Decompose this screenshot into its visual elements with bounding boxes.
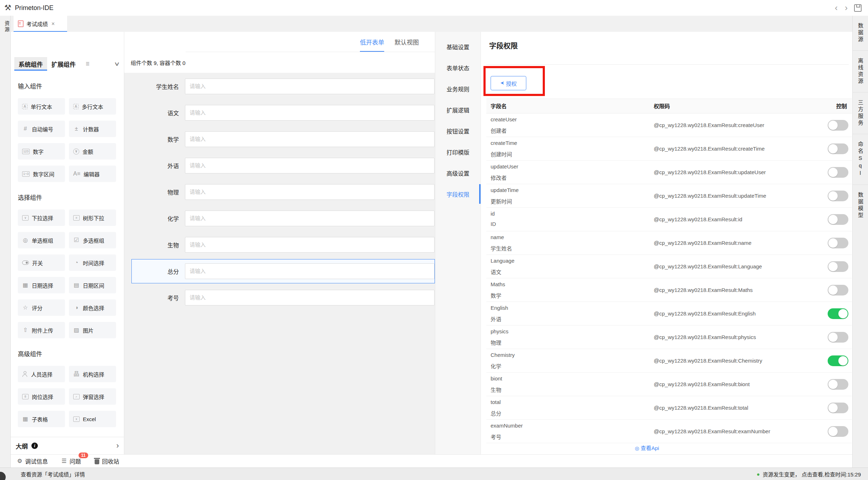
right-rail-item-0[interactable]: 数据源 [857,16,864,50]
palette-item-dropdown-select[interactable]: ∨下拉选择 [18,209,65,226]
field-input[interactable]: 请输入 [185,263,435,279]
palette-item-radio-group[interactable]: ◎单选框组 [18,232,65,248]
palette-item-currency[interactable]: ¥金额 [69,143,116,160]
currency-icon: ¥ [73,148,79,155]
view-tab-0[interactable]: 低开表单 [360,32,384,52]
form-row[interactable]: 物理请输入 [131,180,435,204]
palette-item-date-picker[interactable]: ▦日期选择 [18,277,65,293]
palette-item-time-picker[interactable]: ◔时间选择 [69,254,116,271]
palette-item-attachment-upload[interactable]: ⇧附件上传 [18,322,65,338]
toggle-switch[interactable] [828,120,848,131]
outline-row[interactable]: 大纲 › [11,437,124,454]
palette-item-label: 计数器 [83,125,99,133]
right-rail-item-2[interactable]: 三方服务 [857,92,864,134]
toggle-switch[interactable] [828,403,848,413]
toggle-switch[interactable] [828,214,848,225]
field-input[interactable]: 请输入 [185,211,435,226]
debug-info-button[interactable]: ⚙ 调试信息 [17,457,48,465]
form-row[interactable]: 化学请输入 [131,206,435,231]
form-row[interactable]: 数学请输入 [131,127,435,151]
toggle-switch[interactable] [828,332,848,343]
field-input[interactable]: 请输入 [185,290,435,305]
right-rail-item-4[interactable]: 数据模型 [857,185,864,226]
settings-menu-item-5[interactable]: 打印模版 [435,141,481,162]
palette-item-label: 下拉选择 [32,214,53,222]
close-icon[interactable]: × [51,21,55,27]
palette-item-date-range[interactable]: ▤日期区间 [69,277,116,293]
chevron-down-icon[interactable]: ∨ [114,61,120,67]
palette-item-multi-line-text[interactable]: A多行文本 [69,98,116,115]
settings-menu-item-7[interactable]: 字段权限 [435,183,481,204]
right-rail-item-3[interactable]: 命名Sql [857,134,864,185]
palette-item-editor[interactable]: A≡编辑器 [69,166,116,182]
settings-menu-item-3[interactable]: 扩展逻辑 [435,99,481,120]
field-input[interactable]: 请输入 [185,105,435,121]
nav-forward-icon[interactable]: › [844,4,848,12]
toggle-switch[interactable] [828,261,848,272]
tab-system-components[interactable]: 系统组件 [14,57,47,71]
issues-button[interactable]: ☰ 问题 11 [61,457,81,465]
palette-item-position-select[interactable]: 8岗位选择 [18,388,65,405]
settings-menu-item-1[interactable]: 表单状态 [435,57,481,78]
settings-menu-item-0[interactable]: 基础设置 [435,36,481,57]
form-row[interactable]: 语文请输入 [131,101,435,125]
tab-exam-result[interactable]: 考试成绩 × [14,16,67,32]
component-counts-text: 组件个数 9, 容器个数 0 [131,59,185,66]
palette-item-switch[interactable]: 开关 [18,254,65,271]
field-input[interactable]: 请输入 [185,237,435,253]
toggle-switch[interactable] [828,191,848,201]
palette-item-image[interactable]: ▨图片 [69,322,116,338]
status-right[interactable]: ● 资源发生变更， 点击查看,检查时间:15:29 [757,470,861,478]
form-row[interactable]: 考号请输入 [131,286,435,310]
palette-item-sub-table[interactable]: ▦子表格 [18,411,65,427]
right-rail-item-1[interactable]: 离线资源 [857,51,864,92]
field-input[interactable]: 请输入 [185,158,435,173]
form-row[interactable]: 总分请输入 [131,259,435,283]
toggle-switch[interactable] [828,379,848,390]
table-row: Maths数学@cp_wy1228.wy0218.ExamResult:Math… [486,278,852,302]
palette-item-counter[interactable]: ±计数器 [69,121,116,137]
tab-extension-components[interactable]: 扩展组件 [47,57,80,71]
toggle-switch[interactable] [828,308,848,319]
form-row[interactable]: 外语请输入 [131,153,435,178]
settings-menu-item-2[interactable]: 业务规则 [435,78,481,99]
palette-item-excel[interactable]: xExcel [69,411,116,427]
settings-menu-label: 字段权限 [446,190,469,198]
toggle-switch[interactable] [828,426,848,437]
palette-item-auto-number[interactable]: #自动编号 [18,121,65,137]
save-icon[interactable] [854,4,862,12]
toggle-switch[interactable] [828,355,848,366]
field-input[interactable]: 请输入 [185,184,435,200]
settings-menu-item-6[interactable]: 高级设置 [435,162,481,183]
palette-item-number[interactable]: 123数字 [18,143,65,160]
palette-item-checkbox-group[interactable]: ☑多选框组 [69,232,116,248]
view-api-link[interactable]: ◎查看Api [486,444,808,451]
view-tab-1[interactable]: 默认视图 [395,32,419,52]
form-row[interactable]: 学生姓名请输入 [131,74,435,98]
status-left-text[interactable]: 查看资源「考试成绩」详情 [21,470,85,478]
nav-back-icon[interactable]: ‹ [834,4,838,12]
palette-item-color-picker[interactable]: ◑颜色选择 [69,299,116,316]
authorize-button[interactable]: ➤ 授权 [491,76,526,90]
app-logo-icon: ⚒ [4,4,11,12]
counter-icon: ± [73,126,80,132]
form-row[interactable]: 生物请输入 [131,233,435,257]
palette-list-icon[interactable]: ☰ [86,61,90,66]
toggle-switch[interactable] [828,167,848,178]
field-input[interactable]: 请输入 [185,79,435,94]
field-input[interactable]: 请输入 [185,131,435,147]
palette-item-rating[interactable]: ☆评分 [18,299,65,316]
palette-item-tree-select[interactable]: ≡树形下拉 [69,209,116,226]
toggle-switch[interactable] [828,285,848,295]
palette-item-number-range[interactable]: 1~3数字区间 [18,166,65,182]
chevron-right-icon[interactable]: › [116,441,119,450]
palette-item-popup-select[interactable]: ⌕弹窗选择 [69,388,116,405]
rail-item-resources[interactable]: 资源 [0,21,10,33]
recycle-bin-button[interactable]: 回收站 [95,457,119,465]
toggle-switch[interactable] [828,238,848,248]
settings-menu-item-4[interactable]: 按钮设置 [435,120,481,141]
palette-item-person-select[interactable]: 人员选择 [18,366,65,382]
toggle-switch[interactable] [828,143,848,154]
palette-item-single-line-text[interactable]: A单行文本 [18,98,65,115]
palette-item-org-select[interactable]: 品机构选择 [69,366,116,382]
